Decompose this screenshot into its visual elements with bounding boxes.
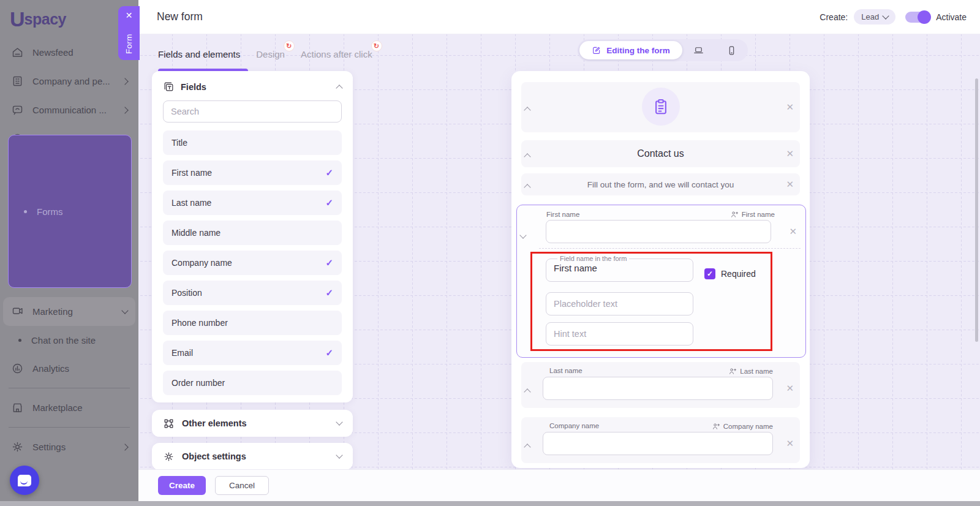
form-subtitle: Fill out the form, and we will contact y… <box>521 173 800 195</box>
check-icon: ✓ <box>325 287 333 298</box>
close-icon[interactable]: ✕ <box>786 179 794 190</box>
field-block-first-name-expanded[interactable]: First name First name ✕ Field name in th… <box>516 205 806 358</box>
field-name-value[interactable]: First name <box>554 263 693 273</box>
company-name-preview-input[interactable] <box>543 432 773 455</box>
person-plus-icon <box>728 367 737 376</box>
remove-field-icon[interactable]: ✕ <box>786 438 794 449</box>
tab-fields-and-elements[interactable]: Fields and elements <box>158 49 240 59</box>
placeholder-text-input[interactable] <box>546 292 693 315</box>
megaphone-icon <box>11 305 24 318</box>
field-item-company-name[interactable]: Company name✓ <box>163 251 342 275</box>
sidebar-item-marketing[interactable]: Marketing <box>3 297 135 326</box>
chevron-right-icon <box>121 78 128 85</box>
activate-toggle[interactable] <box>905 12 930 23</box>
chevron-up-icon <box>336 85 342 91</box>
sidebar-item-analytics[interactable]: Analytics <box>0 354 138 383</box>
fields-panel-header[interactable]: Fields <box>163 81 342 93</box>
cancel-button[interactable]: Cancel <box>215 476 269 495</box>
analytics-circle-icon <box>11 362 24 375</box>
object-settings-panel[interactable]: Object settings <box>152 443 353 470</box>
sidebar-item-chat-on-the-site[interactable]: Chat on the site <box>3 327 135 353</box>
chevron-right-icon <box>121 444 128 450</box>
chevron-up-icon[interactable] <box>524 107 530 113</box>
last-name-preview-input[interactable] <box>543 377 773 400</box>
chevron-up-icon[interactable] <box>524 184 530 191</box>
hint-text-input[interactable] <box>546 322 693 346</box>
field-block-company-name[interactable]: Company name Company name ✕ <box>521 417 800 463</box>
chevron-up-icon[interactable] <box>524 153 530 160</box>
builder-footer: Create Cancel <box>138 469 980 501</box>
field-item-position[interactable]: Position✓ <box>163 281 342 305</box>
crm-field-mapping: Company name <box>712 422 773 431</box>
close-icon[interactable]: ✕ <box>786 148 794 159</box>
chat-bubble-icon <box>11 104 24 116</box>
form-panel-tab[interactable]: ✕ Form <box>118 6 140 60</box>
field-settings-highlight: Field name in the form First name ✓ Requ… <box>530 252 772 351</box>
bullet-icon <box>24 210 27 213</box>
sidebar-item-company-and-people[interactable]: Company and pe... <box>0 67 138 96</box>
form-avatar <box>642 88 680 126</box>
mobile-preview-button[interactable] <box>715 45 748 56</box>
tab-design[interactable]: Design ↻ <box>256 49 285 59</box>
tab-actions-after-click[interactable]: Actions after click ↻ <box>301 49 372 59</box>
object-type-select[interactable]: Lead <box>854 9 895 25</box>
field-item-phone-number[interactable]: Phone number <box>163 311 342 335</box>
form-builder-screen: Uspacy Newsfeed Company and pe... Commun… <box>0 0 980 506</box>
sidebar-item-communication[interactable]: Communication ... <box>0 96 138 124</box>
field-item-email[interactable]: Email✓ <box>163 341 342 365</box>
vertical-scrollbar[interactable] <box>975 78 978 342</box>
field-item-last-name[interactable]: Last name✓ <box>163 191 342 215</box>
chevron-up-icon[interactable] <box>524 388 530 395</box>
storefront-icon <box>11 401 24 414</box>
field-item-order-number[interactable]: Order number <box>163 371 342 395</box>
required-label: Required <box>721 269 756 279</box>
builder-header: New form Create: Lead Activate <box>138 0 980 34</box>
building-icon <box>11 75 24 88</box>
field-item-title[interactable]: Title <box>163 130 342 155</box>
required-checkbox[interactable]: ✓ <box>704 268 715 279</box>
field-label: First name <box>546 211 579 218</box>
chat-widget-button[interactable] <box>10 466 39 495</box>
toggle-knob <box>918 10 931 24</box>
field-item-middle-name[interactable]: Middle name <box>163 221 342 245</box>
field-block-last-name[interactable]: Last name Last name ✕ <box>521 362 800 408</box>
first-name-preview-input[interactable] <box>546 220 771 243</box>
chevron-down-icon[interactable] <box>519 232 526 238</box>
bullet-icon <box>18 339 21 342</box>
sidebar-item-marketplace[interactable]: Marketplace <box>0 393 138 422</box>
premium-feature-icon: ↻ <box>371 40 382 51</box>
editing-mode-button[interactable]: Editing the form <box>579 41 682 59</box>
form-tab-label: Form <box>124 20 134 54</box>
sidebar-item-settings[interactable]: Settings <box>0 432 138 461</box>
sidebar: Uspacy Newsfeed Company and pe... Commun… <box>0 0 138 506</box>
create-button[interactable]: Create <box>158 476 206 495</box>
chevron-down-icon <box>336 451 342 458</box>
field-item-first-name[interactable]: First name✓ <box>163 160 342 185</box>
chevron-up-icon[interactable] <box>524 444 530 450</box>
preview-mode-control: Editing the form <box>578 39 748 61</box>
fields-icon <box>163 81 175 93</box>
sidebar-divider <box>9 388 130 388</box>
activate-label: Activate <box>936 12 967 22</box>
settings-divider <box>539 248 801 249</box>
sidebar-item-forms[interactable]: Forms <box>8 135 132 288</box>
fields-search-input[interactable] <box>163 100 342 123</box>
clipboard-icon <box>652 97 670 116</box>
close-icon[interactable]: ✕ <box>786 102 794 113</box>
form-title-block[interactable]: Contact us ✕ <box>521 140 800 167</box>
close-icon[interactable]: ✕ <box>126 11 133 20</box>
gear-icon <box>163 451 175 463</box>
field-label: Last name <box>549 367 582 374</box>
form-subtitle-block[interactable]: Fill out the form, and we will contact y… <box>521 173 800 195</box>
person-plus-icon <box>712 422 720 431</box>
other-elements-panel[interactable]: Other elements <box>152 410 353 437</box>
remove-field-icon[interactable]: ✕ <box>786 383 794 394</box>
sidebar-divider <box>9 427 130 428</box>
page-title: New form <box>157 10 203 23</box>
remove-field-icon[interactable]: ✕ <box>789 226 797 237</box>
form-icon-block[interactable]: ✕ <box>521 82 800 132</box>
gear-icon <box>11 440 24 453</box>
desktop-preview-button[interactable] <box>682 45 715 56</box>
chevron-down-icon <box>121 307 128 314</box>
field-name-fieldset: Field name in the form First name <box>546 255 693 282</box>
